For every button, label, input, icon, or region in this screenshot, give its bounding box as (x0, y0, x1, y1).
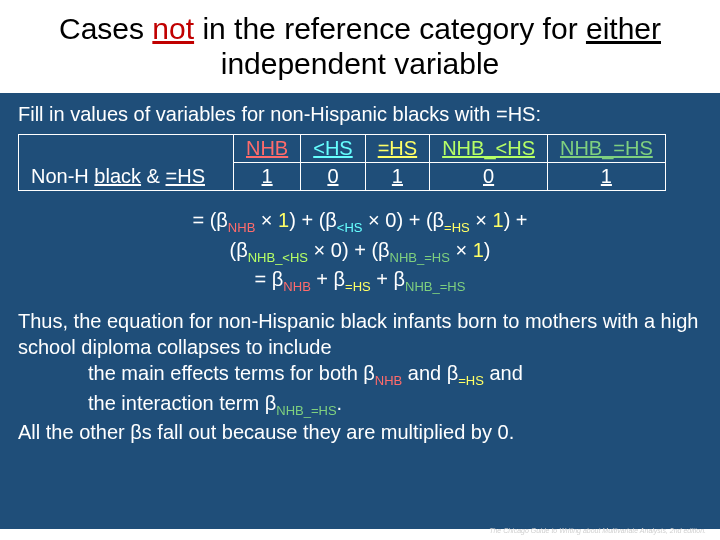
thus-sub: NHB_=HS (276, 403, 336, 418)
eq-text: ) (484, 239, 491, 261)
eq-text: ) + (β (342, 239, 390, 261)
eq-val: 0 (385, 209, 396, 231)
thus-text: and (484, 362, 523, 384)
variable-table: Non-H black & =HS NHB <HS =HS NHB_<HS NH… (18, 134, 666, 191)
eq-text: ) + (β (396, 209, 444, 231)
row-label-cell: Non-H black & =HS (19, 135, 234, 191)
table-row: Non-H black & =HS NHB <HS =HS NHB_<HS NH… (19, 135, 666, 163)
val: 0 (327, 165, 338, 187)
page-title: Cases not in the reference category for … (40, 12, 680, 81)
thus-text: . (337, 392, 343, 414)
eq-text: × (363, 209, 386, 231)
val: 1 (601, 165, 612, 187)
col-header: <HS (301, 135, 365, 163)
col-header: =HS (365, 135, 429, 163)
rowlabel-black: black (94, 165, 141, 187)
eq-val: 0 (331, 239, 342, 261)
rowlabel-text: Non-H (31, 165, 94, 187)
eq-val: 1 (493, 209, 504, 231)
thus-bullet: the interaction term βNHB_=HS. (88, 390, 702, 420)
fill-instruction: Fill in values of variables for non-Hisp… (18, 103, 702, 126)
val: 0 (483, 165, 494, 187)
eq-text: = β (255, 268, 284, 290)
val-cell: 1 (233, 163, 300, 191)
eq-text: + β (311, 268, 345, 290)
eq-sub: NHB (283, 279, 310, 294)
thus-bullet: the main effects terms for both βNHB and… (88, 360, 702, 390)
eq-text: (β (230, 239, 248, 261)
slide: Cases not in the reference category for … (0, 0, 720, 540)
col-header: NHB_=HS (547, 135, 665, 163)
title-either: either (586, 12, 661, 45)
eq-sub: NHB_=HS (390, 250, 450, 265)
col-lths: <HS (313, 137, 352, 159)
thus-sub: NHB (375, 373, 402, 388)
thus-text: the interaction term β (88, 392, 276, 414)
eq-text: + β (371, 268, 405, 290)
equation-block: = (βNHB × 1) + (β<HS × 0) + (β=HS × 1) +… (18, 207, 702, 296)
val-cell: 1 (365, 163, 429, 191)
eq-val: 1 (278, 209, 289, 231)
eq-sub: <HS (337, 220, 363, 235)
title-not: not (152, 12, 194, 45)
equation-line-2: (βNHB_<HS × 0) + (βNHB_=HS × 1) (18, 237, 702, 267)
eq-text: ) + (β (289, 209, 337, 231)
title-text: in the reference category for (194, 12, 586, 45)
explanation-block: Thus, the equation for non-Hispanic blac… (18, 308, 702, 446)
eq-text: ) + (504, 209, 528, 231)
eq-text: × (470, 209, 493, 231)
thus-line: All the other βs fall out because they a… (18, 419, 702, 445)
val-cell: 0 (430, 163, 548, 191)
col-eqhs: =HS (378, 137, 417, 159)
footnote: The Chicago Guide to Writing about Multi… (489, 527, 706, 534)
title-text: independent variable (221, 47, 500, 80)
col-nhb-lths: NHB_<HS (442, 137, 535, 159)
col-header: NHB (233, 135, 300, 163)
eq-sub: NHB_=HS (405, 279, 465, 294)
val: 1 (392, 165, 403, 187)
eq-sub: NHB_<HS (248, 250, 308, 265)
eq-text: × (308, 239, 331, 261)
eq-sub: NHB (228, 220, 255, 235)
col-nhb: NHB (246, 137, 288, 159)
slide-body: Fill in values of variables for non-Hisp… (0, 93, 720, 529)
val: 1 (262, 165, 273, 187)
eq-sub: =HS (444, 220, 470, 235)
eq-sub: =HS (345, 279, 371, 294)
eq-text: = (β (192, 209, 227, 231)
col-nhb-eqhs: NHB_=HS (560, 137, 653, 159)
rowlabel-text: & (141, 165, 165, 187)
thus-sub: =HS (458, 373, 484, 388)
val-cell: 0 (301, 163, 365, 191)
col-header: NHB_<HS (430, 135, 548, 163)
equation-line-1: = (βNHB × 1) + (β<HS × 0) + (β=HS × 1) + (18, 207, 702, 237)
title-area: Cases not in the reference category for … (0, 0, 720, 93)
eq-text: × (450, 239, 473, 261)
title-text: Cases (59, 12, 152, 45)
rowlabel-eqhs: =HS (166, 165, 205, 187)
thus-text: the main effects terms for both β (88, 362, 375, 384)
eq-text: × (255, 209, 278, 231)
equation-line-3: = βNHB + β=HS + βNHB_=HS (18, 266, 702, 296)
eq-val: 1 (473, 239, 484, 261)
val-cell: 1 (547, 163, 665, 191)
thus-line: Thus, the equation for non-Hispanic blac… (18, 308, 702, 360)
thus-text: and β (402, 362, 458, 384)
